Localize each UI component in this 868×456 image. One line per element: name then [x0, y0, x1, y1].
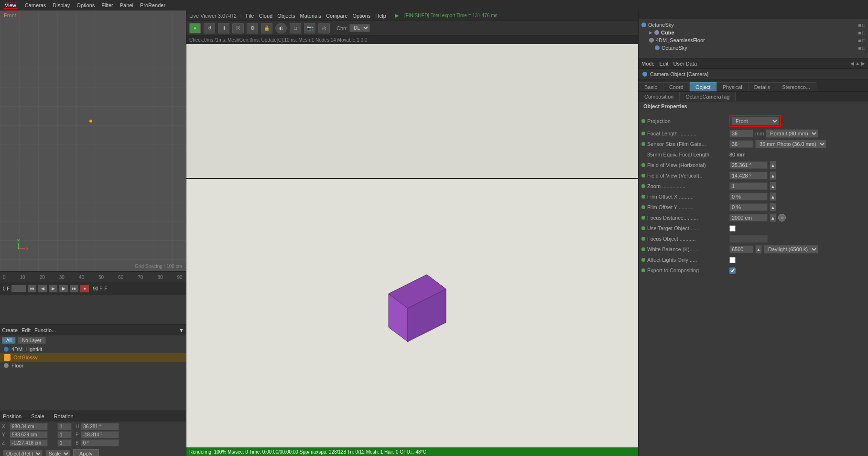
- y-pos-input[interactable]: [10, 431, 48, 438]
- oct-btn-square[interactable]: □: [290, 23, 301, 33]
- fov-v-input[interactable]: [729, 172, 768, 179]
- tab-basic[interactable]: Basic: [639, 82, 663, 91]
- prop-zoom: Zoom ................. ▲: [639, 181, 868, 191]
- scene-item-lightkit[interactable]: 4DM_Lightkit: [0, 345, 186, 353]
- apply-button[interactable]: Apply: [73, 449, 99, 456]
- lv-menu-file[interactable]: File: [246, 13, 254, 19]
- object-mode-select[interactable]: Object (Rel.): [3, 450, 43, 456]
- timeline-record[interactable]: ●: [80, 285, 89, 292]
- projection-select[interactable]: Front: [731, 117, 779, 125]
- menu-prorender[interactable]: ProRender: [140, 2, 165, 8]
- sensor-size-input[interactable]: [729, 140, 753, 148]
- lv-menu-options[interactable]: Options: [352, 13, 370, 19]
- tab-details[interactable]: Details: [749, 82, 777, 91]
- lv-menu-help[interactable]: Help: [375, 13, 386, 19]
- menu-view[interactable]: View: [3, 2, 18, 9]
- focus-target-icon[interactable]: ⊕: [778, 214, 786, 222]
- props-user-data[interactable]: User Data: [673, 61, 697, 67]
- hierarchy-item-octanesky2[interactable]: OctaneSky ■ □: [641, 44, 865, 52]
- channel-select[interactable]: DL: [349, 24, 370, 32]
- tab-octane-camera-tag[interactable]: OctaneCameraTag: [680, 92, 736, 101]
- equiv-focal-label: 35mm Equiv. Focal Length:: [641, 152, 727, 157]
- y-scale-input[interactable]: [57, 431, 72, 438]
- menu-panel[interactable]: Panel: [120, 2, 133, 8]
- props-mode[interactable]: Mode: [641, 61, 655, 67]
- oct-btn-refresh[interactable]: ●: [189, 23, 201, 33]
- scale-mode-select[interactable]: Scale: [45, 450, 70, 456]
- focus-object-input[interactable]: [729, 235, 768, 243]
- focal-length-preset-select[interactable]: Portrait (80 mm): [766, 129, 818, 138]
- oct-btn-cycle[interactable]: ↺: [204, 23, 215, 33]
- z-pos-input[interactable]: [10, 439, 48, 446]
- props-edit[interactable]: Edit: [660, 61, 669, 67]
- equiv-focal-value: 80 mm: [729, 152, 865, 157]
- hierarchy-item-octanesky1[interactable]: OctaneSky ■ □: [641, 21, 865, 29]
- focal-length-input[interactable]: [729, 130, 753, 137]
- zoom-input[interactable]: [729, 182, 768, 190]
- film-offset-y-input[interactable]: [729, 203, 768, 211]
- scene-item-octglossy[interactable]: OctGlossy: [0, 353, 186, 362]
- fov-v-stepper-up[interactable]: ▲: [770, 171, 776, 180]
- menu-cameras[interactable]: Cameras: [25, 2, 46, 8]
- tab-stereosco[interactable]: Stereosco...: [776, 82, 816, 91]
- lv-menu-objects[interactable]: Objects: [277, 13, 295, 19]
- timeline-forward[interactable]: ⏭: [70, 285, 78, 292]
- oct-btn-pause[interactable]: ⏸: [218, 23, 229, 33]
- z-scale-input[interactable]: [57, 439, 72, 446]
- y-rot-input[interactable]: [81, 431, 119, 438]
- timeline-rewind[interactable]: ⏮: [28, 285, 36, 292]
- filter-no-layer-btn[interactable]: No Layer: [18, 337, 46, 344]
- affect-lights-checkbox[interactable]: [729, 257, 736, 263]
- fov-h-stepper-up[interactable]: ▲: [770, 161, 776, 169]
- oct-btn-r[interactable]: R: [232, 23, 244, 33]
- timeline-track[interactable]: [0, 295, 186, 324]
- zoom-stepper-up[interactable]: ▲: [770, 182, 776, 190]
- lv-menu-compare[interactable]: Compare: [326, 13, 347, 19]
- sensor-preset-select[interactable]: 35 mm Photo (36.0 mm): [755, 140, 826, 148]
- tab-coord[interactable]: Coord: [663, 82, 690, 91]
- render-viewports: [186, 44, 638, 447]
- film-offset-y-control: ▲: [729, 203, 865, 211]
- film-offset-x-input[interactable]: [729, 193, 768, 200]
- oct-btn-settings[interactable]: ⚙: [247, 23, 258, 33]
- x-pos-input[interactable]: [10, 423, 48, 430]
- scene-item-floor[interactable]: Floor: [0, 362, 186, 369]
- scene-edit[interactable]: Edit: [22, 327, 31, 333]
- lv-menu-cloud[interactable]: Cloud: [259, 13, 272, 19]
- scene-create[interactable]: Create: [2, 327, 18, 333]
- export-compositing-checkbox[interactable]: [729, 267, 736, 274]
- focus-distance-stepper[interactable]: ▲: [770, 213, 776, 222]
- white-balance-stepper[interactable]: ▲: [755, 245, 762, 254]
- render-viewport-top[interactable]: [186, 44, 638, 179]
- tab-composition[interactable]: Composition: [639, 92, 680, 101]
- hierarchy-item-seamlessfloor[interactable]: 4DM_SeamlessFloor ■ □: [641, 36, 865, 44]
- white-balance-input[interactable]: [729, 245, 753, 253]
- focus-distance-input[interactable]: [729, 214, 768, 222]
- oct-btn-camera[interactable]: 📷: [304, 23, 315, 33]
- menu-display[interactable]: Display: [53, 2, 70, 8]
- scene-function[interactable]: Functio...: [34, 327, 56, 333]
- use-target-checkbox[interactable]: [729, 225, 736, 232]
- oct-btn-lock[interactable]: 🔒: [261, 23, 272, 33]
- tab-physical[interactable]: Physical: [717, 82, 749, 91]
- lv-menu-materials[interactable]: Materials: [300, 13, 322, 19]
- timeline-prev-frame[interactable]: ◀: [38, 285, 47, 292]
- tab-object[interactable]: Object: [690, 82, 717, 91]
- x-scale-input[interactable]: [57, 423, 72, 430]
- prop-focus-object: Focus Object ...........: [639, 234, 868, 244]
- film-offset-y-stepper[interactable]: ▲: [770, 203, 776, 211]
- film-offset-x-stepper[interactable]: ▲: [770, 192, 776, 201]
- filter-all-btn[interactable]: All: [2, 337, 16, 344]
- timeline-play[interactable]: ▶: [49, 285, 57, 292]
- fov-h-input[interactable]: [729, 161, 768, 169]
- menu-filter[interactable]: Filter: [101, 2, 113, 8]
- white-balance-preset-select[interactable]: Daylight (6500 k): [764, 245, 818, 254]
- z-rot-input[interactable]: [81, 439, 119, 446]
- menu-options[interactable]: Options: [76, 2, 95, 8]
- render-viewport-bottom[interactable]: [186, 179, 638, 447]
- oct-btn-target[interactable]: ◎: [318, 23, 330, 33]
- timeline-next-frame[interactable]: ▶: [59, 285, 68, 292]
- x-rot-input[interactable]: [81, 423, 119, 430]
- oct-btn-circle[interactable]: ◐: [275, 23, 287, 33]
- hierarchy-item-cube[interactable]: ▶ Cube ■ □: [641, 29, 865, 36]
